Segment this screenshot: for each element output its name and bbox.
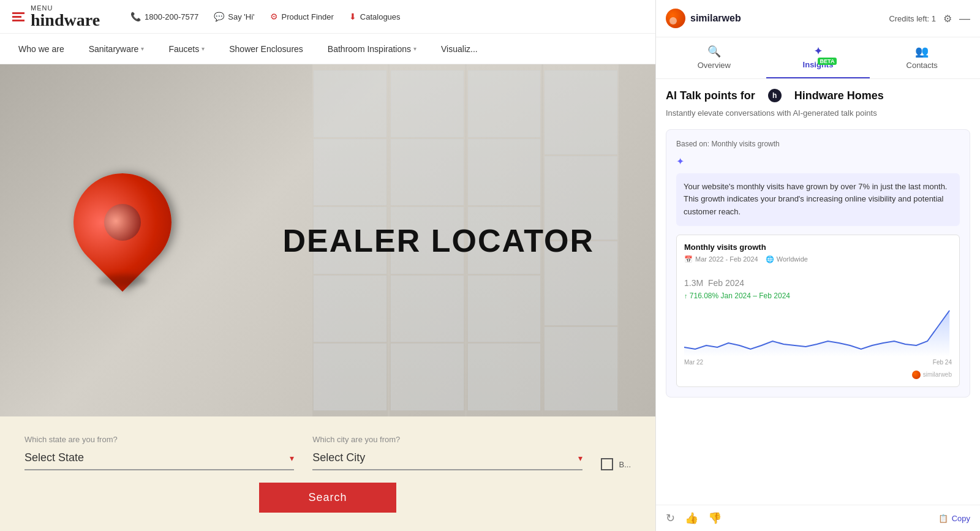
city-chevron-icon: ▾: [578, 453, 582, 463]
growth-card-header: Based on: Monthly visits growth: [676, 140, 960, 148]
search-button[interactable]: Search: [259, 483, 396, 513]
download-icon: ⬇: [349, 12, 356, 21]
up-arrow-icon: ↑: [684, 292, 688, 299]
checkbox-input[interactable]: [601, 458, 613, 470]
nav-bathroom-inspirations-label: Bathroom Inspirations: [328, 44, 411, 54]
sw-tabs: 🔍 Overview ✦ Insights BETA 👥 Contacts: [656, 37, 980, 79]
chart-region-text: Worldwide: [777, 255, 808, 263]
refresh-button[interactable]: ↻: [666, 511, 675, 525]
ai-text: Your website's monthly visits have grown…: [676, 173, 960, 226]
sw-watermark: similarweb: [684, 371, 952, 379]
copy-label: Copy: [952, 514, 970, 523]
state-chevron-icon: ▾: [290, 453, 294, 463]
search-section: Which state are you from? Select State ▾…: [0, 416, 655, 531]
city-field-group: Which city are you from? Select City ▾: [312, 435, 582, 470]
copy-button[interactable]: 📋 Copy: [938, 514, 970, 523]
chart-title: Monthly visits growth: [684, 243, 952, 252]
beta-badge: BETA: [818, 58, 837, 65]
overview-icon: 🔍: [707, 45, 721, 58]
top-bar-links: 📞 1800-200-7577 💬 Say 'Hi' ⚙ Product Fin…: [130, 12, 401, 21]
contacts-icon: 👥: [915, 45, 929, 58]
nav-bar: Who we are Sanitaryware ▾ Faucets ▾ Show…: [0, 34, 655, 64]
main-area: MENU hindware 📞 1800-200-7577 💬 Say 'Hi'…: [0, 0, 655, 531]
hw-badge: h: [768, 89, 782, 102]
nav-bathroom-inspirations[interactable]: Bathroom Inspirations ▾: [328, 44, 417, 54]
sw-tab-overview-label: Overview: [698, 61, 731, 70]
sw-section-title: AI Talk points for h Hindware Homes: [666, 89, 970, 102]
city-label: Which city are you from?: [312, 435, 582, 444]
sw-bottom-toolbar: ↻ 👍 👎 📋 Copy: [656, 505, 980, 531]
sw-logo-area: similarweb: [666, 9, 741, 28]
catalogues-label: Catalogues: [360, 12, 401, 21]
city-select-value[interactable]: Select City ▾: [312, 451, 582, 464]
sw-gear-icon[interactable]: ⚙: [943, 13, 952, 24]
state-select[interactable]: Select State ▾: [24, 451, 294, 470]
growth-card: Based on: Monthly visits growth ✦ Your w…: [666, 129, 970, 397]
hero-section: DEALER LOCATOR: [0, 64, 655, 416]
nav-sanitaryware[interactable]: Sanitaryware ▾: [89, 44, 145, 54]
nav-who-we-are-label: Who we are: [18, 44, 64, 54]
sw-minimize-button[interactable]: —: [959, 12, 970, 25]
sw-tab-insights[interactable]: ✦ Insights BETA: [766, 37, 870, 78]
ai-sparkle-icon: ✦: [676, 156, 960, 167]
thumbs-up-button[interactable]: 👍: [685, 511, 698, 525]
chart-value: 1.3M Feb 2024: [684, 271, 952, 290]
catalogues-link[interactable]: ⬇ Catalogues: [349, 12, 401, 21]
chart-region: 🌐 Worldwide: [766, 255, 808, 263]
city-select[interactable]: Select City ▾: [312, 451, 582, 470]
state-label: Which state are you from?: [24, 435, 294, 444]
state-select-value[interactable]: Select State ▾: [24, 451, 294, 464]
nav-visualize[interactable]: Visualiz...: [441, 44, 478, 54]
chart-labels: Mar 22 Feb 24: [684, 359, 952, 366]
whatsapp-link[interactable]: 💬 Say 'Hi': [214, 12, 254, 21]
chart-date-range: 📅 Mar 2022 - Feb 2024: [684, 255, 758, 263]
sw-content: AI Talk points for h Hindware Homes Inst…: [656, 79, 980, 505]
state-placeholder: Select State: [24, 451, 84, 464]
sw-header: similarweb Credits left: 1 ⚙ —: [656, 0, 980, 37]
nav-faucets-label: Faucets: [168, 44, 199, 54]
checkbox-group: B...: [601, 440, 631, 470]
sw-logo-icon: [666, 9, 685, 28]
sw-tab-overview[interactable]: 🔍 Overview: [662, 37, 766, 78]
globe-icon: 🌐: [766, 255, 774, 263]
nav-sanitaryware-label: Sanitaryware: [89, 44, 139, 54]
chart-growth: ↑ 716.08% Jan 2024 – Feb 2024: [684, 292, 952, 300]
product-finder-link[interactable]: ⚙ Product Finder: [270, 12, 334, 21]
map-pin-icon: [74, 173, 172, 296]
sw-insights-label-wrap: Insights BETA: [803, 60, 834, 69]
search-button-wrapper: Search: [24, 483, 631, 513]
chart-value-number: 1.3M: [684, 278, 703, 288]
phone-link[interactable]: 📞 1800-200-7577: [130, 12, 198, 21]
phone-icon: 📞: [130, 12, 141, 21]
chart-growth-pct: 716.08%: [690, 292, 718, 300]
checkbox-label: B...: [619, 460, 631, 469]
chart-meta: 📅 Mar 2022 - Feb 2024 🌐 Worldwide: [684, 255, 952, 263]
sw-title-text: AI Talk points for: [666, 89, 755, 102]
chart-area: Monthly visits growth 📅 Mar 2022 - Feb 2…: [676, 235, 960, 387]
nav-shower-enclosures-label: Shower Enclosures: [229, 44, 303, 54]
nav-faucets[interactable]: Faucets ▾: [168, 44, 205, 54]
state-field-group: Which state are you from? Select State ▾: [24, 435, 294, 470]
sw-wm-logo-icon: [912, 371, 921, 379]
sw-subtitle: Instantly elevate conversations with AI-…: [666, 107, 970, 119]
sw-wm-text: similarweb: [923, 371, 952, 378]
insights-icon: ✦: [814, 45, 822, 58]
product-finder-label: Product Finder: [282, 12, 334, 21]
chart-label-end: Feb 24: [933, 359, 952, 366]
nav-who-we-are[interactable]: Who we are: [18, 44, 64, 54]
sw-brand-name: similarweb: [690, 13, 741, 24]
chart-date-range-text: Mar 2022 - Feb 2024: [695, 255, 758, 263]
logo-text: hindware: [31, 12, 100, 29]
sw-bottom-left: ↻ 👍 👎: [666, 511, 722, 525]
sw-credits-label: Credits left: 1: [889, 14, 936, 23]
thumbs-down-button[interactable]: 👎: [708, 511, 722, 525]
nav-shower-enclosures[interactable]: Shower Enclosures: [229, 44, 303, 54]
whatsapp-icon: 💬: [214, 12, 224, 21]
chart-growth-period: Jan 2024 – Feb 2024: [721, 292, 790, 300]
whatsapp-label: Say 'Hi': [228, 12, 254, 21]
sw-tab-contacts[interactable]: 👥 Contacts: [870, 37, 974, 78]
nav-visualize-label: Visualiz...: [441, 44, 478, 54]
menu-icon[interactable]: [12, 12, 24, 21]
calendar-icon: 📅: [684, 255, 693, 263]
hero-title: DEALER LOCATOR: [282, 222, 594, 259]
